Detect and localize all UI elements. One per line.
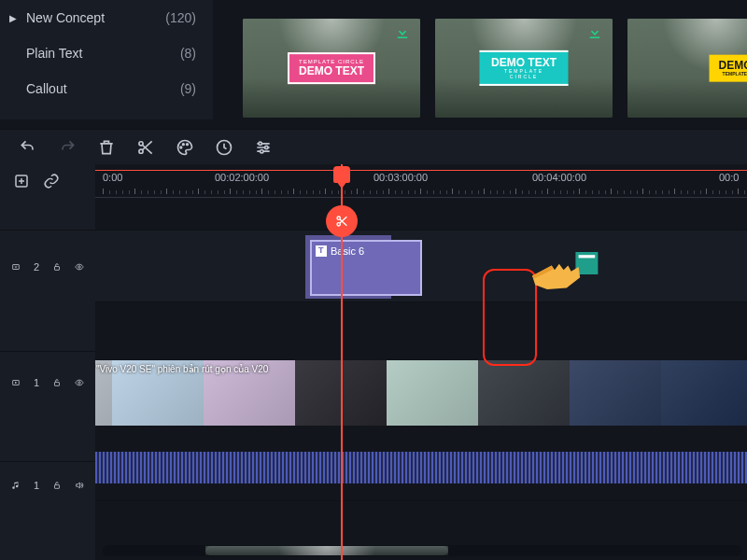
- track-type-icon: [11, 376, 21, 389]
- track-headers: 2 1 1: [0, 164, 95, 560]
- text-track-header[interactable]: 2: [0, 230, 95, 302]
- music-track-header[interactable]: 1: [0, 461, 95, 508]
- eye-icon[interactable]: [75, 260, 84, 273]
- link-icon[interactable]: [43, 173, 60, 189]
- timeline: 2 1 1 0:0000:02:00:0000:03:00:0000:04:00…: [0, 164, 747, 560]
- redo-icon[interactable]: [58, 138, 77, 157]
- speed-icon[interactable]: [215, 138, 233, 157]
- color-palette-icon[interactable]: [176, 138, 194, 157]
- svg-rect-16: [55, 484, 60, 488]
- svg-rect-20: [579, 255, 596, 258]
- timeline-toolbar: [0, 129, 747, 164]
- svg-point-4: [187, 143, 189, 145]
- adjust-icon[interactable]: [254, 138, 273, 157]
- playhead-split-button[interactable]: [326, 205, 358, 237]
- track-number: 1: [34, 377, 39, 388]
- svg-point-18: [337, 223, 340, 226]
- lock-icon[interactable]: [52, 479, 62, 492]
- add-marker-icon[interactable]: [13, 173, 30, 189]
- video-track-header[interactable]: 1: [0, 351, 95, 413]
- video-clip-title: Đánh giá chi tiết "Vivo V20 SE" phiên bả…: [95, 362, 272, 376]
- lock-icon[interactable]: [52, 376, 62, 389]
- sidebar-item-count: (8): [180, 46, 196, 61]
- ruler-timecode: 00:03:00:00: [374, 172, 428, 183]
- time-ruler[interactable]: 0:0000:02:00:0000:03:00:0000:04:00:0000:…: [95, 164, 747, 198]
- text-clip-icon: [316, 245, 327, 257]
- svg-rect-10: [13, 264, 20, 269]
- download-icon[interactable]: [586, 24, 603, 41]
- audio-track-lane[interactable]: [95, 444, 747, 491]
- template-thumb[interactable]: DEMO TEXT TEMPLATE CIRCLE: [435, 19, 613, 118]
- ruler-redline: [95, 170, 747, 171]
- expand-arrow-icon: ▶: [9, 13, 17, 23]
- speaker-icon[interactable]: [75, 479, 84, 492]
- timeline-body[interactable]: 0:0000:02:00:0000:03:00:0000:04:00:0000:…: [95, 164, 747, 560]
- sidebar-item-label: Callout: [26, 81, 67, 96]
- template-demo-label: TEMPLATE CIRCLE DEMO TEXT: [288, 52, 375, 84]
- svg-point-2: [180, 147, 182, 148]
- template-demo-label: DEMO TEXT TEMPLATE CIRCLE: [480, 50, 569, 86]
- eye-icon[interactable]: [75, 376, 84, 389]
- template-thumbnails: TEMPLATE CIRCLE DEMO TEXT DEMO TEXT TEMP…: [243, 19, 747, 121]
- track-number: 1: [34, 480, 39, 491]
- video-clip[interactable]: ▶ Đánh giá chi tiết "Vivo V20 SE" phiên …: [95, 360, 747, 426]
- svg-point-1: [139, 149, 143, 153]
- template-thumb[interactable]: DEMO TE TEMPLATE CIRCLE: [627, 19, 747, 118]
- svg-point-15: [78, 381, 80, 383]
- ruler-timecode: 0:00: [103, 172, 122, 183]
- scrollbar-thumb[interactable]: [205, 546, 448, 555]
- template-thumb[interactable]: TEMPLATE CIRCLE DEMO TEXT: [243, 19, 420, 118]
- svg-point-8: [261, 149, 263, 152]
- download-icon[interactable]: [394, 24, 411, 41]
- sidebar-item-label: Plain Text: [26, 46, 82, 61]
- svg-point-3: [183, 143, 185, 145]
- svg-point-12: [78, 265, 80, 267]
- category-sidebar: ▶ New Concept (120) Plain Text (8) Callo…: [0, 0, 213, 119]
- tutorial-hand-cursor: [525, 245, 599, 310]
- sidebar-item-count: (120): [165, 10, 196, 25]
- undo-icon[interactable]: [19, 138, 37, 157]
- music-note-icon: [11, 479, 21, 492]
- delete-icon[interactable]: [97, 138, 116, 157]
- svg-point-0: [139, 141, 143, 145]
- playhead-cap[interactable]: [333, 166, 350, 183]
- svg-point-7: [265, 146, 268, 148]
- lock-icon[interactable]: [52, 260, 62, 273]
- svg-rect-14: [55, 382, 60, 385]
- ruler-timecode: 00:02:00:00: [215, 172, 269, 183]
- scissors-icon[interactable]: [136, 138, 155, 157]
- sidebar-item-plain-text[interactable]: Plain Text (8): [0, 35, 213, 71]
- playhead[interactable]: [341, 164, 343, 560]
- svg-point-17: [337, 217, 340, 219]
- ruler-timecode: 00:04:00:00: [532, 172, 586, 183]
- sidebar-item-count: (9): [180, 81, 196, 96]
- track-type-icon: [11, 260, 21, 273]
- sidebar-item-new-concept[interactable]: ▶ New Concept (120): [0, 0, 213, 35]
- audio-waveform[interactable]: [95, 452, 747, 483]
- music-track-lane[interactable]: [95, 500, 747, 547]
- text-clip-label: Basic 6: [331, 245, 364, 257]
- template-demo-label: DEMO TE TEMPLATE CIRCLE: [710, 55, 747, 82]
- horizontal-scrollbar[interactable]: [103, 545, 741, 556]
- text-clip[interactable]: Basic 6: [310, 240, 422, 296]
- ruler-timecode: 00:0: [719, 172, 739, 183]
- track-lane-spacer: [95, 198, 747, 230]
- sidebar-item-callout[interactable]: Callout (9): [0, 71, 213, 106]
- scissors-icon: [334, 214, 349, 229]
- text-track-lane[interactable]: Basic 6: [95, 230, 747, 302]
- sidebar-item-label: New Concept: [26, 10, 105, 25]
- svg-point-6: [259, 142, 261, 145]
- track-number: 2: [34, 261, 39, 273]
- svg-rect-11: [55, 266, 60, 270]
- video-track-lane[interactable]: ▶ Đánh giá chi tiết "Vivo V20 SE" phiên …: [95, 351, 747, 433]
